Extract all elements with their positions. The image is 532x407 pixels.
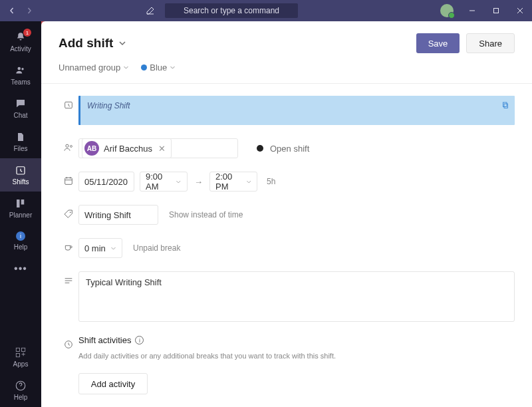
- shift-preview: Writing Shift: [78, 96, 515, 125]
- end-time-input[interactable]: 2:00 PM: [209, 172, 257, 192]
- rail-teams[interactable]: Teams: [0, 59, 41, 92]
- preview-title: Writing Shift: [87, 101, 508, 110]
- people-field[interactable]: AB Arif Bacchus ✕: [78, 138, 238, 158]
- window-minimize-button[interactable]: [460, 0, 484, 21]
- svg-rect-13: [504, 104, 508, 108]
- avatar[interactable]: [440, 4, 454, 17]
- break-duration-input[interactable]: 0 min: [78, 238, 122, 258]
- open-shift-option[interactable]: Open shift: [257, 144, 309, 154]
- label-hint: Show instead of time: [164, 210, 243, 219]
- svg-rect-5: [21, 200, 25, 205]
- teams-icon: [15, 65, 27, 76]
- cup-icon: [59, 238, 78, 253]
- person-chip: AB Arif Bacchus ✕: [82, 138, 172, 158]
- svg-point-16: [70, 146, 72, 148]
- nav-forward-button[interactable]: [21, 3, 37, 19]
- window-maximize-button[interactable]: [484, 0, 508, 21]
- break-hint: Unpaid break: [128, 243, 180, 253]
- help-icon: [15, 380, 27, 392]
- custom-label-input[interactable]: Writing Shift: [78, 205, 158, 225]
- chevron-down-icon: [246, 179, 251, 185]
- page-title: Add shift: [59, 36, 113, 51]
- clock-icon: [59, 335, 78, 350]
- files-icon: [15, 131, 26, 143]
- svg-rect-4: [17, 200, 20, 207]
- chevron-down-icon: [170, 65, 176, 70]
- rail-help[interactable]: i Help: [0, 225, 41, 257]
- preview-icon: [59, 96, 78, 110]
- person-initials: AB: [84, 141, 99, 156]
- shifts-icon: [15, 164, 27, 176]
- activities-heading: Shift activities: [78, 335, 131, 345]
- color-dropdown[interactable]: Blue: [141, 63, 176, 72]
- window-close-button[interactable]: [508, 0, 532, 21]
- arrow-right-icon: →: [193, 177, 204, 187]
- share-button[interactable]: Share: [466, 33, 515, 53]
- rail-more[interactable]: •••: [0, 257, 41, 281]
- duration-label: 5h: [263, 177, 275, 186]
- person-name: Arif Bacchus: [104, 144, 152, 154]
- activities-sub: Add daily activities or any additional b…: [78, 352, 336, 360]
- rail-files[interactable]: Files: [0, 125, 41, 158]
- svg-rect-14: [503, 102, 507, 107]
- group-dropdown[interactable]: Unnamed group: [59, 63, 129, 72]
- search-placeholder: Search or type a command: [184, 6, 279, 15]
- svg-rect-10: [16, 354, 19, 357]
- rail-label: Activity: [10, 45, 31, 53]
- title-chevron-icon[interactable]: [118, 39, 126, 47]
- rail-help-bottom[interactable]: Help: [0, 374, 41, 407]
- rail-label: Planner: [9, 211, 32, 219]
- app-rail: Activity 1 Teams Chat Files Shifts: [0, 21, 41, 407]
- rail-label: Chat: [13, 112, 27, 119]
- copy-icon[interactable]: [501, 101, 509, 109]
- svg-rect-8: [16, 348, 19, 351]
- compose-button[interactable]: [141, 1, 160, 20]
- info-icon[interactable]: i: [135, 336, 144, 344]
- svg-rect-0: [494, 9, 499, 13]
- svg-point-15: [66, 144, 68, 147]
- remove-person-icon[interactable]: ✕: [158, 144, 166, 154]
- rail-chat[interactable]: Chat: [0, 92, 41, 125]
- apps-icon: [15, 346, 27, 358]
- titlebar: Search or type a command: [0, 0, 532, 21]
- radio-dot-icon: [257, 145, 263, 152]
- add-activity-button[interactable]: Add activity: [78, 373, 148, 394]
- svg-point-2: [21, 68, 23, 70]
- rail-label: Apps: [13, 360, 29, 368]
- rail-shifts[interactable]: Shifts: [0, 158, 41, 192]
- rail-activity[interactable]: Activity 1: [0, 25, 41, 59]
- nav-back-button[interactable]: [4, 3, 20, 19]
- rail-label: Shifts: [12, 178, 29, 186]
- search-input[interactable]: Search or type a command: [165, 3, 298, 18]
- rail-label: Help: [14, 394, 28, 401]
- svg-rect-17: [65, 178, 72, 184]
- chat-icon: [15, 98, 27, 110]
- rail-apps[interactable]: Apps: [0, 340, 41, 374]
- person-icon: [59, 138, 78, 153]
- activity-badge: 1: [23, 29, 31, 37]
- more-icon: •••: [14, 263, 27, 275]
- rail-planner[interactable]: Planner: [0, 192, 41, 225]
- chevron-down-icon: [123, 65, 129, 70]
- rail-label: Files: [13, 145, 27, 152]
- color-dot-icon: [141, 65, 147, 70]
- chevron-down-icon: [110, 245, 116, 251]
- start-time-input[interactable]: 9:00 AM: [140, 172, 188, 192]
- planner-icon: [15, 198, 27, 209]
- content-pane: Add shift Save Share Unnamed group Blue: [41, 21, 532, 407]
- notes-input[interactable]: Typical Writing Shift: [78, 271, 515, 322]
- svg-rect-9: [22, 348, 25, 351]
- rail-label: Help: [14, 243, 28, 251]
- save-button[interactable]: Save: [416, 33, 460, 53]
- calendar-icon: [59, 172, 78, 186]
- help-dot-icon: i: [15, 231, 26, 241]
- svg-point-18: [70, 211, 71, 213]
- notes-icon: [59, 271, 78, 286]
- date-input[interactable]: 05/11/2020: [78, 172, 134, 192]
- svg-text:i: i: [20, 233, 21, 239]
- chevron-down-icon: [176, 179, 182, 185]
- tag-icon: [59, 205, 78, 219]
- rail-label: Teams: [11, 78, 30, 86]
- svg-point-1: [18, 67, 21, 70]
